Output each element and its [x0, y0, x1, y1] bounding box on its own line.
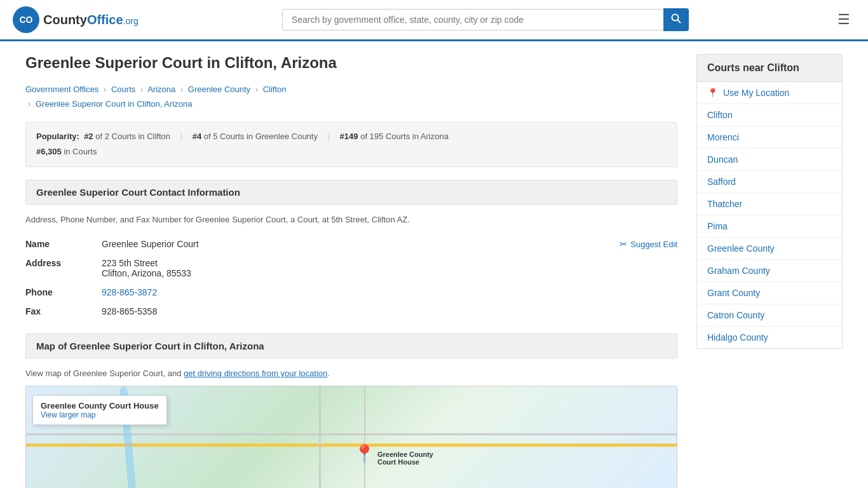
suggest-edit-icon: ✂	[620, 239, 627, 249]
breadcrumb: Government Offices › Courts › Arizona › …	[25, 82, 677, 112]
breadcrumb-greenlee-county[interactable]: Greenlee County	[188, 85, 250, 94]
breadcrumb-courts[interactable]: Courts	[111, 85, 135, 94]
sidebar-use-location[interactable]: 📍 Use My Location	[697, 82, 842, 104]
contact-section-header: Greenlee Superior Court Contact Informat…	[25, 180, 677, 205]
sidebar-link-safford[interactable]: Safford	[707, 177, 736, 187]
view-larger-map-link[interactable]: View larger map	[41, 410, 95, 419]
header: CO CountyOffice.org ☰	[0, 0, 868, 41]
sidebar-item-grant-county: Grant County	[697, 282, 842, 304]
sidebar-link-clifton[interactable]: Clifton	[707, 110, 733, 120]
breadcrumb-current[interactable]: Greenlee Superior Court in Clifton, Ariz…	[36, 99, 192, 109]
search-button[interactable]	[663, 8, 689, 31]
fax-label: Fax	[25, 302, 102, 321]
contact-table: Name Greenlee Superior Court ✂ Suggest E…	[25, 234, 677, 321]
sidebar-item-greenlee-county: Greenlee County	[697, 238, 842, 260]
map-background: Greenlee County Court House View larger …	[26, 386, 677, 488]
breadcrumb-arizona[interactable]: Arizona	[147, 85, 175, 94]
sidebar-item-graham-county: Graham County	[697, 260, 842, 282]
phone-link[interactable]: 928-865-3872	[102, 287, 157, 297]
sidebar-link-morenci[interactable]: Morenci	[707, 132, 739, 142]
sidebar: Courts near Clifton 📍 Use My Location Cl…	[696, 54, 843, 488]
driving-directions-link[interactable]: get driving directions from your locatio…	[184, 369, 327, 378]
sidebar-item-duncan: Duncan	[697, 149, 842, 171]
fax-value: 928-865-5358	[102, 302, 677, 321]
sidebar-link-pima[interactable]: Pima	[707, 221, 728, 231]
search-area	[282, 8, 689, 31]
sidebar-link-thatcher[interactable]: Thatcher	[707, 199, 742, 209]
logo-icon: CO	[13, 6, 39, 33]
suggest-edit-link[interactable]: ✂ Suggest Edit	[620, 239, 677, 249]
location-icon: 📍	[707, 88, 718, 98]
address-label: Address	[25, 254, 102, 283]
contact-description: Address, Phone Number, and Fax Number fo…	[25, 215, 677, 224]
map-label: Greenlee CountyCourt House	[377, 451, 433, 466]
use-location-link[interactable]: Use My Location	[723, 88, 789, 98]
svg-text:CO: CO	[20, 15, 33, 25]
contact-name-row: Name Greenlee Superior Court ✂ Suggest E…	[25, 234, 677, 254]
map-section-header: Map of Greenlee Superior Court in Clifto…	[25, 334, 677, 358]
logo-text: CountyOffice.org	[43, 13, 139, 27]
sidebar-list: 📍 Use My Location Clifton Morenci Duncan…	[696, 82, 843, 349]
sidebar-item-clifton: Clifton	[697, 104, 842, 126]
breadcrumb-gov-offices[interactable]: Government Offices	[25, 85, 98, 94]
sidebar-link-grant-county[interactable]: Grant County	[707, 288, 760, 298]
map-infobox: Greenlee County Court House View larger …	[32, 395, 167, 425]
sidebar-link-graham-county[interactable]: Graham County	[707, 266, 770, 276]
phone-value: 928-865-3872	[102, 283, 677, 302]
contact-phone-row: Phone 928-865-3872	[25, 283, 677, 302]
address-value: 223 5th Street Clifton, Arizona, 85533	[102, 254, 677, 283]
page-title: Greenlee Superior Court in Clifton, Ariz…	[25, 54, 677, 72]
popularity-bar: Popularity: #2 of 2 Courts in Clifton | …	[25, 122, 677, 167]
sidebar-item-morenci: Morenci	[697, 126, 842, 149]
infobox-title: Greenlee County Court House	[41, 401, 159, 410]
map-pin: 📍	[353, 444, 376, 464]
sidebar-item-thatcher: Thatcher	[697, 193, 842, 215]
contact-fax-row: Fax 928-865-5358	[25, 302, 677, 321]
content-area: Greenlee Superior Court in Clifton, Ariz…	[25, 54, 677, 488]
main-container: Greenlee Superior Court in Clifton, Ariz…	[0, 41, 868, 488]
svg-line-3	[677, 20, 681, 23]
map-placeholder: Greenlee County Court House View larger …	[25, 386, 677, 488]
sidebar-link-duncan[interactable]: Duncan	[707, 154, 738, 165]
phone-label: Phone	[25, 283, 102, 302]
search-input[interactable]	[282, 9, 663, 30]
sidebar-item-pima: Pima	[697, 215, 842, 238]
menu-button[interactable]: ☰	[832, 9, 855, 30]
sidebar-item-hidalgo-county: Hidalgo County	[697, 327, 842, 348]
sidebar-item-catron-county: Catron County	[697, 304, 842, 327]
name-value: Greenlee Superior Court ✂ Suggest Edit	[102, 234, 677, 254]
sidebar-item-safford: Safford	[697, 171, 842, 193]
name-label: Name	[25, 234, 102, 254]
sidebar-title: Courts near Clifton	[696, 54, 843, 82]
sidebar-link-greenlee-county[interactable]: Greenlee County	[707, 243, 775, 254]
logo-area: CO CountyOffice.org	[13, 6, 139, 33]
contact-address-row: Address 223 5th Street Clifton, Arizona,…	[25, 254, 677, 283]
map-description: View map of Greenlee Superior Court, and…	[25, 369, 677, 378]
sidebar-link-hidalgo-county[interactable]: Hidalgo County	[707, 332, 768, 342]
sidebar-link-catron-county[interactable]: Catron County	[707, 310, 764, 320]
breadcrumb-clifton[interactable]: Clifton	[263, 85, 287, 94]
